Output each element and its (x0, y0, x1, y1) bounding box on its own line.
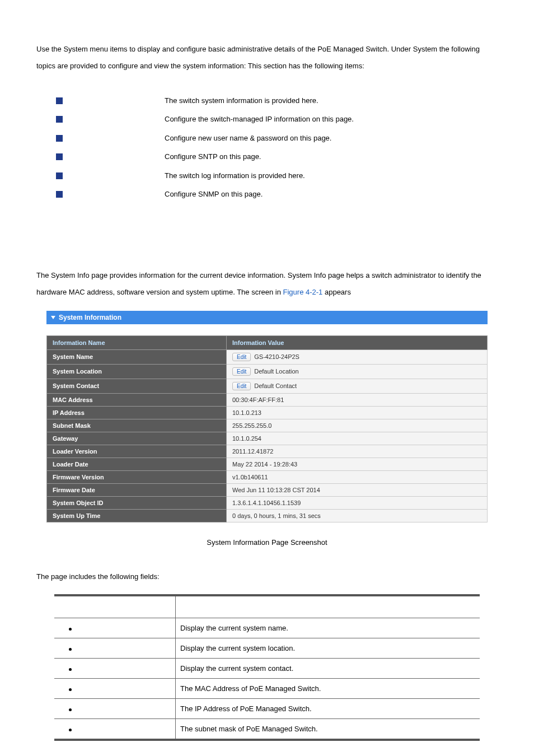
table-row: Display the current system name. (54, 618, 480, 638)
field-object-cell (54, 618, 176, 638)
info-name-cell: MAC Address (47, 393, 227, 406)
fields-intro: The page includes the following fields: (36, 572, 498, 581)
info-value-cell: EditDefault Location (227, 364, 488, 379)
field-description-cell: Display the current system name. (176, 618, 480, 638)
system-info-table: Information Name Information Value Syste… (46, 335, 488, 522)
info-value-cell: 10.1.0.254 (227, 432, 488, 445)
table-row: System Up Time0 days, 0 hours, 1 mins, 3… (47, 509, 488, 522)
info-name-cell: Loader Date (47, 458, 227, 470)
dot-bullet-icon (69, 688, 72, 691)
dot-bullet-icon (69, 708, 72, 711)
panel-title: System Information (59, 314, 121, 321)
table-row: The MAC Address of PoE Managed Switch. (54, 678, 480, 698)
table-row: Loader Version2011.12.41872 (47, 445, 488, 458)
square-bullet-icon (56, 97, 63, 104)
table-row: Display the current system location. (54, 638, 480, 658)
info-value-cell: 00:30:4F:AF:FF:81 (227, 393, 488, 406)
fields-head-object (54, 595, 176, 618)
field-object-cell (54, 658, 176, 678)
field-description-cell: Display the current system location. (176, 638, 480, 658)
field-description-cell: The IP Address of PoE Managed Switch. (176, 698, 480, 718)
info-name-cell: IP Address (47, 406, 227, 419)
field-object-cell (54, 638, 176, 658)
table-row: Loader DateMay 22 2014 - 19:28:43 (47, 458, 488, 470)
info-name-cell: Loader Version (47, 445, 227, 458)
table-row: Firmware DateWed Jun 11 10:13:28 CST 201… (47, 483, 488, 496)
menu-item-text: Configure new user name & password on th… (165, 133, 331, 144)
info-name-cell: Subnet Mask (47, 419, 227, 432)
sysinfo-intro-text-1: The System Info page provides informatio… (36, 271, 481, 296)
table-row: IP Address10.1.0.213 (47, 406, 488, 419)
table-row: System NameEditGS-4210-24P2S (47, 349, 488, 364)
table-row: System ContactEditDefault Contact (47, 379, 488, 393)
col-info-value: Information Value (227, 335, 488, 349)
info-name-cell: System Location (47, 364, 227, 379)
sysinfo-intro-text-2: appears (322, 288, 351, 296)
chevron-down-icon (51, 316, 55, 319)
menu-item-text: The switch system information is provide… (165, 95, 318, 106)
info-value-cell: 10.1.0.213 (227, 406, 488, 419)
info-value-text: Default Location (254, 368, 299, 375)
info-name-cell: System Object ID (47, 496, 227, 509)
dot-bullet-icon (69, 729, 72, 731)
info-name-cell: System Name (47, 349, 227, 364)
table-row: Firmware Versionv1.0b140611 (47, 470, 488, 483)
square-bullet-icon (56, 116, 63, 123)
square-bullet-icon (56, 191, 63, 198)
menu-item: Configure SNTP on this page. (56, 147, 498, 166)
fields-table: Display the current system name.Display … (54, 594, 480, 741)
info-value-cell: Wed Jun 11 10:13:28 CST 2014 (227, 483, 488, 496)
sysinfo-intro: The System Info page provides informatio… (36, 267, 498, 301)
menu-item-list: The switch system information is provide… (56, 91, 498, 204)
info-value-cell: May 22 2014 - 19:28:43 (227, 458, 488, 470)
field-object-cell (54, 678, 176, 698)
menu-item: The switch log information is provided h… (56, 166, 498, 185)
figure-link[interactable]: Figure 4-2-1 (283, 288, 323, 296)
info-value-cell: EditGS-4210-24P2S (227, 349, 488, 364)
info-value-cell: 1.3.6.1.4.1.10456.1.1539 (227, 496, 488, 509)
square-bullet-icon (56, 153, 63, 160)
figure-caption: System Information Page Screenshot (36, 538, 498, 547)
info-value-cell: v1.0b140611 (227, 470, 488, 483)
table-row: The IP Address of PoE Managed Switch. (54, 698, 480, 718)
info-value-text: Default Contact (254, 382, 297, 389)
table-row: MAC Address00:30:4F:AF:FF:81 (47, 393, 488, 406)
table-row: System Object ID1.3.6.1.4.1.10456.1.1539 (47, 496, 488, 509)
dot-bullet-icon (69, 628, 72, 631)
info-name-cell: System Up Time (47, 509, 227, 522)
square-bullet-icon (56, 135, 63, 142)
edit-button[interactable]: Edit (232, 367, 251, 376)
system-information-panel: System Information Information Name Info… (46, 311, 488, 522)
menu-item: Configure the switch-managed IP informat… (56, 110, 498, 129)
info-value-cell: 2011.12.41872 (227, 445, 488, 458)
field-description-cell: Display the current system contact. (176, 658, 480, 678)
edit-button[interactable]: Edit (232, 353, 251, 361)
info-name-cell: Gateway (47, 432, 227, 445)
table-row: System LocationEditDefault Location (47, 364, 488, 379)
info-name-cell: System Contact (47, 379, 227, 393)
field-description-cell: The subnet mask of PoE Managed Switch. (176, 718, 480, 740)
square-bullet-icon (56, 172, 63, 179)
menu-item-text: Configure SNMP on this page. (165, 189, 263, 200)
dot-bullet-icon (69, 668, 72, 671)
info-value-text: GS-4210-24P2S (254, 353, 299, 360)
dot-bullet-icon (69, 648, 72, 651)
info-name-cell: Firmware Date (47, 483, 227, 496)
info-value-cell: 0 days, 0 hours, 1 mins, 31 secs (227, 509, 488, 522)
menu-item: The switch system information is provide… (56, 91, 498, 110)
menu-item-text: Configure the switch-managed IP informat… (165, 114, 354, 125)
table-row: Gateway10.1.0.254 (47, 432, 488, 445)
table-row: Display the current system contact. (54, 658, 480, 678)
menu-item: Configure new user name & password on th… (56, 129, 498, 148)
field-object-cell (54, 718, 176, 740)
fields-head-desc (176, 595, 480, 618)
menu-item-text: Configure SNTP on this page. (165, 151, 261, 162)
panel-header[interactable]: System Information (46, 311, 488, 324)
menu-item-text: The switch log information is provided h… (165, 170, 305, 181)
field-object-cell (54, 698, 176, 718)
info-name-cell: Firmware Version (47, 470, 227, 483)
info-value-cell: EditDefault Contact (227, 379, 488, 393)
intro-paragraph: Use the System menu items to display and… (36, 41, 498, 74)
edit-button[interactable]: Edit (232, 382, 251, 390)
info-value-cell: 255.255.255.0 (227, 419, 488, 432)
